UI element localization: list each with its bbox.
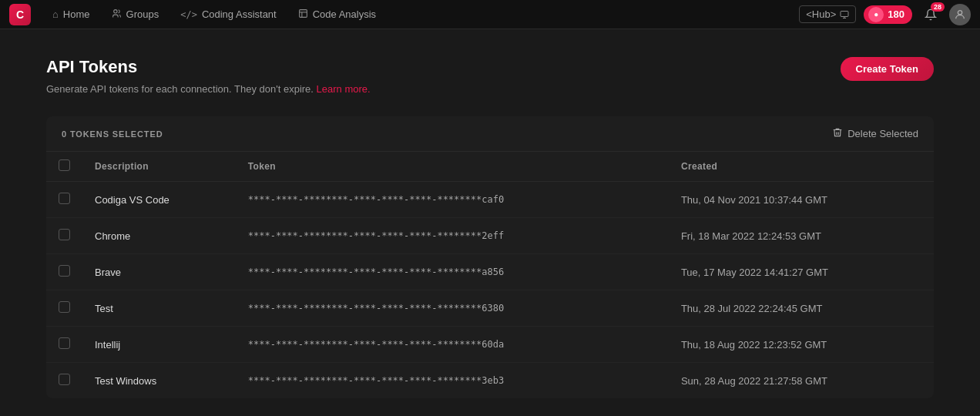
table-toolbar: 0 TOKENS SELECTED Delete Selected xyxy=(46,116,934,152)
row-checkbox-cell xyxy=(46,290,82,327)
table-row: Intellij ****-****-********-****-****-**… xyxy=(46,327,934,363)
col-checkbox xyxy=(46,152,82,182)
row-token: ****-****-********-****-****-****-******… xyxy=(236,327,669,363)
points-icon: ● xyxy=(868,7,884,22)
row-checkbox-cell xyxy=(46,218,82,254)
row-created: Fri, 18 Mar 2022 12:24:53 GMT xyxy=(669,218,934,254)
table-row: Brave ****-****-********-****-****-****-… xyxy=(46,254,934,290)
row-checkbox-0[interactable] xyxy=(59,193,70,204)
learn-more-link[interactable]: Learn more. xyxy=(317,83,371,95)
delete-selected-label: Delete Selected xyxy=(847,128,918,139)
svg-rect-4 xyxy=(841,11,848,16)
nav-item-home[interactable]: ⌂ Home xyxy=(43,5,99,23)
row-checkbox-2[interactable] xyxy=(59,265,70,277)
navbar: C ⌂ Home Groups </> Coding Assistant Cod… xyxy=(0,0,980,29)
home-icon: ⌂ xyxy=(52,8,59,20)
select-all-checkbox[interactable] xyxy=(59,159,70,171)
row-created: Thu, 28 Jul 2022 22:24:45 GMT xyxy=(669,290,934,327)
row-token: ****-****-********-****-****-****-******… xyxy=(236,290,669,327)
row-created: Tue, 17 May 2022 14:41:27 GMT xyxy=(669,254,934,290)
avatar[interactable] xyxy=(949,4,971,25)
table-row: Codiga VS Code ****-****-********-****-*… xyxy=(46,182,934,218)
row-token: ****-****-********-****-****-****-******… xyxy=(236,363,669,399)
trash-icon xyxy=(832,127,843,140)
row-description: Brave xyxy=(82,254,236,290)
row-checkbox-4[interactable] xyxy=(59,337,70,349)
col-description-header: Description xyxy=(82,152,236,182)
points-badge[interactable]: ● 180 xyxy=(864,5,912,24)
row-checkbox-5[interactable] xyxy=(59,374,70,385)
row-token: ****-****-********-****-****-****-******… xyxy=(236,254,669,290)
create-token-button[interactable]: Create Token xyxy=(841,57,934,81)
points-value: 180 xyxy=(888,8,904,20)
nav-right: <Hub> ● 180 28 xyxy=(799,4,971,25)
row-token: ****-****-********-****-****-****-******… xyxy=(236,182,669,218)
svg-point-0 xyxy=(113,9,116,12)
table-body: Codiga VS Code ****-****-********-****-*… xyxy=(46,182,934,399)
tokens-selected-label: 0 TOKENS SELECTED xyxy=(62,129,163,139)
nav-item-coding-assistant-label: Coding Assistant xyxy=(202,8,277,20)
table-row: Chrome ****-****-********-****-****-****… xyxy=(46,218,934,254)
row-checkbox-3[interactable] xyxy=(59,301,70,313)
col-token-header: Token xyxy=(236,152,669,182)
row-description: Intellij xyxy=(82,327,236,363)
tokens-table-container: 0 TOKENS SELECTED Delete Selected Descri… xyxy=(46,116,934,398)
page-header: API Tokens Generate API tokens for each … xyxy=(46,57,934,95)
nav-items: ⌂ Home Groups </> Coding Assistant Code … xyxy=(43,5,799,24)
row-description: Test Windows xyxy=(82,363,236,399)
row-description: Chrome xyxy=(82,218,236,254)
main-content: API Tokens Generate API tokens for each … xyxy=(0,29,980,416)
page-subtitle: Generate API tokens for each connection.… xyxy=(46,83,371,95)
row-token: ****-****-********-****-****-****-******… xyxy=(236,218,669,254)
col-created-header: Created xyxy=(669,152,934,182)
nav-item-coding-assistant[interactable]: </> Coding Assistant xyxy=(171,5,286,23)
table-header-row: Description Token Created xyxy=(46,152,934,182)
notifications-button[interactable]: 28 xyxy=(920,4,941,25)
row-checkbox-cell xyxy=(46,327,82,363)
hub-label: <Hub> xyxy=(806,8,836,20)
table-row: Test Windows ****-****-********-****-***… xyxy=(46,363,934,399)
nav-item-groups-label: Groups xyxy=(126,8,159,20)
nav-item-home-label: Home xyxy=(63,8,90,20)
tokens-table: Description Token Created Codiga VS Code… xyxy=(46,152,934,398)
page-subtitle-text: Generate API tokens for each connection.… xyxy=(46,83,314,95)
row-created: Sun, 28 Aug 2022 21:27:58 GMT xyxy=(669,363,934,399)
row-created: Thu, 04 Nov 2021 10:37:44 GMT xyxy=(669,182,934,218)
row-description: Test xyxy=(82,290,236,327)
app-logo[interactable]: C xyxy=(9,4,31,25)
code-analysis-icon xyxy=(298,8,308,21)
nav-item-groups[interactable]: Groups xyxy=(102,5,169,24)
row-checkbox-cell xyxy=(46,363,82,399)
row-created: Thu, 18 Aug 2022 12:23:52 GMT xyxy=(669,327,934,363)
nav-item-code-analysis[interactable]: Code Analysis xyxy=(289,5,385,24)
row-checkbox-1[interactable] xyxy=(59,229,70,240)
row-checkbox-cell xyxy=(46,182,82,218)
svg-rect-1 xyxy=(299,9,307,17)
hub-button[interactable]: <Hub> xyxy=(799,5,856,23)
groups-icon xyxy=(112,8,122,21)
table-head: Description Token Created xyxy=(46,152,934,182)
notification-count: 28 xyxy=(931,2,945,12)
nav-item-code-analysis-label: Code Analysis xyxy=(313,8,376,20)
coding-icon: </> xyxy=(180,9,197,20)
row-description: Codiga VS Code xyxy=(82,182,236,218)
page-title-block: API Tokens Generate API tokens for each … xyxy=(46,57,371,95)
delete-selected-button[interactable]: Delete Selected xyxy=(832,127,918,140)
row-checkbox-cell xyxy=(46,254,82,290)
page-title: API Tokens xyxy=(46,57,371,77)
svg-point-7 xyxy=(958,10,962,14)
table-row: Test ****-****-********-****-****-****-*… xyxy=(46,290,934,327)
